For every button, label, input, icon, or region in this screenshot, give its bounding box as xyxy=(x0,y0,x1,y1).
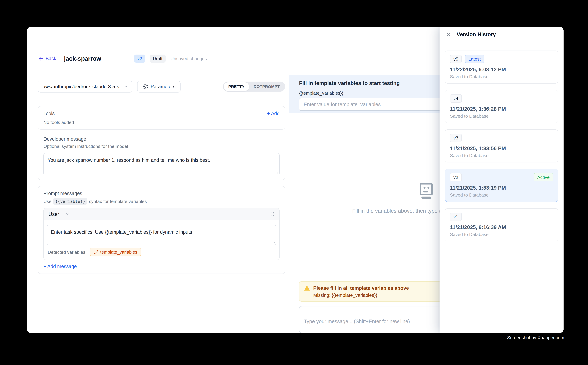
panel-divider xyxy=(289,75,289,333)
developer-message-textarea[interactable]: You are jack sparrow number 1, respond a… xyxy=(43,153,280,175)
developer-message-subtitle: Optional system instructions for the mod… xyxy=(43,144,280,149)
format-toggle: PRETTY DOTPROMPT xyxy=(223,82,285,92)
role-value: User xyxy=(48,211,59,217)
back-button[interactable]: Back xyxy=(38,56,56,62)
model-selector[interactable]: aws/anthropic/bedrock-claude-3-5-s... xyxy=(38,81,132,92)
gear-icon xyxy=(142,84,148,90)
latest-status-badge: Latest xyxy=(465,55,484,63)
version-date: 11/21/2025, 9:16:39 AM xyxy=(450,224,553,230)
prompt-messages-card: Prompt messages Use {{variable}} syntax … xyxy=(38,186,285,274)
pencil-icon xyxy=(94,250,98,254)
version-list: v5Latest11/22/2025, 6:08:12 PMSaved to D… xyxy=(440,42,564,241)
add-tool-button[interactable]: + Add xyxy=(267,111,280,116)
version-history-header: Version History xyxy=(440,27,564,42)
prompt-editor-panel: Back jack-sparrow v2 Draft Unsaved chang… xyxy=(27,42,289,333)
prompt-message-body: Enter task specifics. Use {{template_var… xyxy=(44,220,279,260)
active-status-badge: Active xyxy=(534,173,553,182)
detected-variables-row: Detected variables: template_variables xyxy=(48,248,275,256)
editor-body: aws/anthropic/bedrock-claude-3-5-s... Pa… xyxy=(27,75,289,274)
version-date: 11/21/2025, 1:33:19 PM xyxy=(450,185,553,191)
parameters-button[interactable]: Parameters xyxy=(137,81,180,92)
tools-card: Tools + Add No tools added xyxy=(38,106,285,130)
chevron-down-icon xyxy=(123,84,128,89)
page-title: jack-sparrow xyxy=(64,55,101,62)
drag-handle[interactable] xyxy=(270,211,275,217)
detected-variables-label: Detected variables: xyxy=(48,250,87,255)
version-saved-status: Saved to Database xyxy=(450,192,553,198)
model-selector-value: aws/anthropic/bedrock-claude-3-5-s... xyxy=(43,84,123,90)
subtitle-suffix: syntax for template variables xyxy=(89,199,147,204)
add-message-button[interactable]: + Add message xyxy=(43,264,77,269)
back-label: Back xyxy=(46,56,56,61)
tools-empty-text: No tools added xyxy=(43,120,280,125)
bot-icon xyxy=(416,181,437,202)
editor-header: Back jack-sparrow v2 Draft Unsaved chang… xyxy=(27,42,289,75)
warning-title: Please fill in all template variables ab… xyxy=(313,285,409,291)
version-card[interactable]: v5Latest11/22/2025, 6:08:12 PMSaved to D… xyxy=(445,50,558,84)
role-selector[interactable]: User xyxy=(48,211,70,217)
version-date: 11/21/2025, 1:36:28 PM xyxy=(450,106,553,112)
resize-handle-icon[interactable] xyxy=(271,240,275,244)
developer-message-title: Developer message xyxy=(43,136,280,142)
version-card[interactable]: v311/21/2025, 1:33:56 PMSaved to Databas… xyxy=(445,129,558,162)
version-history-title: Version History xyxy=(457,31,496,37)
template-variable-chip-label: template_variables xyxy=(100,250,137,255)
version-card[interactable]: v111/21/2025, 9:16:39 AMSaved to Databas… xyxy=(445,208,558,241)
template-variable-chip[interactable]: template_variables xyxy=(90,248,141,256)
watermark: Screenshot by Xnapper.com xyxy=(507,335,564,340)
back-arrow-icon xyxy=(38,56,44,62)
version-badge: v5 xyxy=(450,55,462,63)
resize-handle-icon[interactable] xyxy=(275,170,278,174)
version-saved-status: Saved to Database xyxy=(450,74,553,79)
chevron-down-icon xyxy=(65,212,70,217)
parameters-label: Parameters xyxy=(151,84,175,90)
version-badge: v2 xyxy=(450,173,462,182)
warning-icon xyxy=(304,285,310,291)
format-option-dotprompt[interactable]: DOTPROMPT xyxy=(249,82,284,91)
version-saved-status: Saved to Database xyxy=(450,113,553,119)
version-card[interactable]: v2Active11/21/2025, 1:33:19 PMSaved to D… xyxy=(445,169,558,202)
format-option-pretty[interactable]: PRETTY xyxy=(224,82,249,91)
variable-syntax-chip: {{variable}} xyxy=(53,198,87,204)
prompt-message-block: User Enter task specifics. Use {{templat… xyxy=(43,208,280,260)
tools-title: Tools xyxy=(43,111,55,116)
developer-message-card: Developer message Optional system instru… xyxy=(38,132,285,180)
subtitle-prefix: Use xyxy=(43,199,51,204)
model-row: aws/anthropic/bedrock-claude-3-5-s... Pa… xyxy=(38,81,285,92)
user-message-textarea[interactable]: Enter task specifics. Use {{template_var… xyxy=(47,225,276,245)
version-saved-status: Saved to Database xyxy=(450,232,553,237)
close-icon[interactable] xyxy=(445,31,452,37)
version-badge: v2 xyxy=(134,55,145,63)
version-date: 11/22/2025, 6:08:12 PM xyxy=(450,67,553,72)
grip-dots-icon xyxy=(270,211,275,217)
prompt-messages-title: Prompt messages xyxy=(43,191,280,196)
version-badge: v3 xyxy=(450,134,462,142)
version-date: 11/21/2025, 1:33:56 PM xyxy=(450,146,553,151)
draft-badge: Draft xyxy=(150,55,166,63)
version-badge: v1 xyxy=(450,213,462,221)
version-saved-status: Saved to Database xyxy=(450,153,553,158)
unsaved-changes-label: Unsaved changes xyxy=(170,56,207,61)
prompt-messages-subtitle: Use {{variable}} syntax for template var… xyxy=(43,198,280,204)
version-history-panel: Version History v5Latest11/22/2025, 6:08… xyxy=(440,27,564,333)
version-card[interactable]: v411/21/2025, 1:36:28 PMSaved to Databas… xyxy=(445,90,558,123)
prompt-message-header: User xyxy=(44,208,279,220)
version-badge: v4 xyxy=(450,94,462,103)
app-window: Back jack-sparrow v2 Draft Unsaved chang… xyxy=(27,27,564,333)
